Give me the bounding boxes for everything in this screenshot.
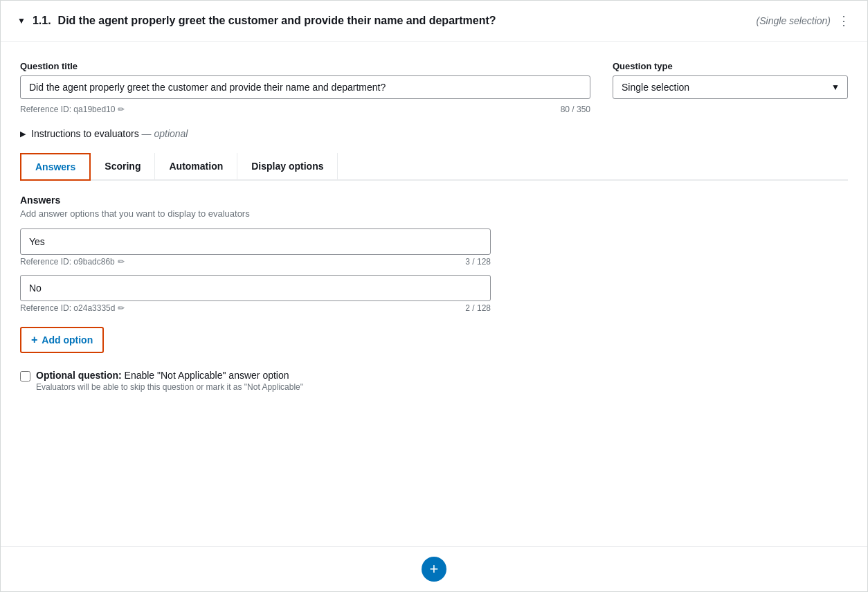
answer-1-edit-icon[interactable]: ✏ [118, 257, 125, 267]
question-number: 1.1. [33, 15, 51, 27]
question-type-select-wrapper: Single selection Multiple selection Text… [613, 75, 848, 99]
tab-scoring[interactable]: Scoring [91, 153, 155, 179]
answer-2-ref-id: Reference ID: o24a3335d ✏ [20, 303, 125, 313]
question-body: Question title Reference ID: qa19bed10 ✏… [1, 42, 867, 406]
question-type-label: Question type [613, 61, 848, 71]
question-type-select[interactable]: Single selection Multiple selection Text… [613, 75, 848, 99]
bottom-bar: + [1, 546, 867, 591]
answer-1-ref-id: Reference ID: o9badc86b ✏ [20, 257, 125, 267]
instructions-row[interactable]: ▶ Instructions to evaluators — optional [20, 128, 848, 139]
question-header: ▼ 1.1. Did the agent properly greet the … [1, 1, 867, 42]
tab-automation[interactable]: Automation [155, 153, 237, 179]
optional-question-checkbox[interactable] [20, 371, 30, 382]
optional-question-label: Optional question: Enable "Not Applicabl… [36, 370, 303, 381]
answer-item-2: Reference ID: o24a3335d ✏ 2 / 128 [20, 275, 848, 313]
answers-section: Answers Add answer options that you want… [20, 181, 848, 392]
answer-1-char-count: 3 / 128 [465, 257, 491, 267]
tabs-row: Answers Scoring Automation Display optio… [20, 153, 848, 181]
question-title-input[interactable] [20, 75, 590, 99]
question-title-label: Question title [20, 61, 590, 71]
question-title-group: Question title Reference ID: qa19bed10 ✏… [20, 61, 590, 114]
answer-1-ref-row: Reference ID: o9badc86b ✏ 3 / 128 [20, 257, 491, 267]
question-title-ref-row: Reference ID: qa19bed10 ✏ 80 / 350 [20, 105, 590, 114]
optional-question-text-group: Optional question: Enable "Not Applicabl… [36, 370, 303, 392]
instructions-optional: — optional [142, 128, 188, 139]
collapse-icon[interactable]: ▼ [17, 16, 26, 26]
kebab-menu-icon[interactable]: ⋮ [838, 13, 851, 28]
answer-2-char-count: 2 / 128 [465, 303, 491, 313]
question-ref-id: Reference ID: qa19bed10 ✏ [20, 105, 125, 114]
optional-question-sub: Evaluators will be able to skip this que… [36, 382, 303, 392]
answers-sub-text: Add answer options that you want to disp… [20, 208, 848, 219]
optional-question-row: Optional question: Enable "Not Applicabl… [20, 370, 848, 392]
tab-answers[interactable]: Answers [20, 153, 91, 181]
question-type-badge: (Single selection) [757, 15, 831, 26]
question-char-count: 80 / 350 [561, 105, 590, 114]
tab-display-options[interactable]: Display options [237, 153, 338, 179]
answer-input-1[interactable] [20, 228, 491, 255]
answer-2-ref-row: Reference ID: o24a3335d ✏ 2 / 128 [20, 303, 491, 313]
answer-input-2[interactable] [20, 275, 491, 301]
add-section-button[interactable]: + [422, 557, 446, 582]
ref-id-edit-icon[interactable]: ✏ [118, 105, 125, 114]
answer-2-edit-icon[interactable]: ✏ [118, 303, 125, 313]
top-fields-row: Question title Reference ID: qa19bed10 ✏… [20, 61, 848, 114]
add-option-plus-icon: + [31, 334, 37, 346]
answer-item-1: Reference ID: o9badc86b ✏ 3 / 128 [20, 228, 848, 267]
add-option-label: Add option [42, 334, 93, 346]
question-header-title: Did the agent properly greet the custome… [58, 15, 745, 27]
add-option-button[interactable]: + Add option [20, 327, 104, 353]
instructions-label: Instructions to evaluators — optional [31, 128, 188, 139]
instructions-expand-icon: ▶ [20, 129, 26, 138]
answers-heading: Answers [20, 195, 848, 206]
question-type-group: Question type Single selection Multiple … [613, 61, 848, 99]
